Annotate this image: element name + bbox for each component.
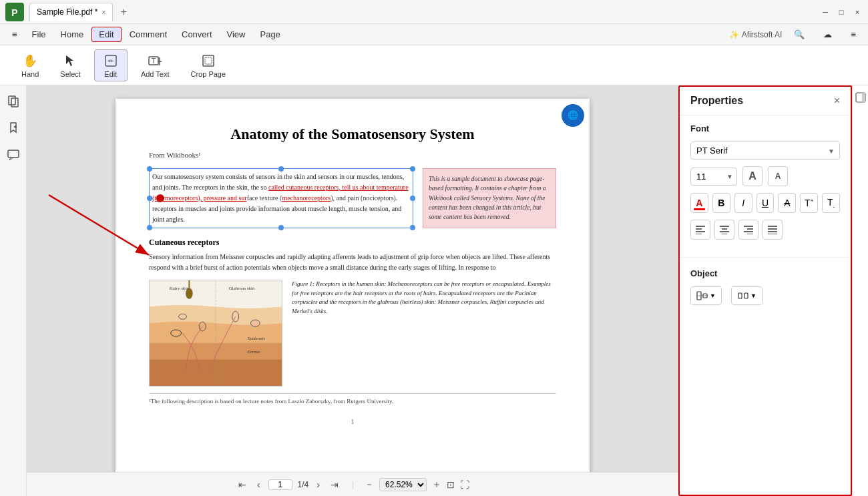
- ai-button[interactable]: ✨ Afirstsoft AI: [729, 30, 783, 39]
- next-page-btn[interactable]: ›: [314, 478, 322, 491]
- edit-icon: ✏: [103, 53, 119, 69]
- pdf-footnote: ¹The following description is based on l…: [149, 393, 556, 405]
- file-menu[interactable]: File: [25, 27, 53, 41]
- viewer-scroll[interactable]: 🌐 Anatomy of the Somatosensory System Fr…: [27, 85, 678, 472]
- right-sidebar-toggle-btn[interactable]: [854, 91, 867, 104]
- font-color-btn[interactable]: A: [690, 193, 708, 213]
- active-tab[interactable]: Sample File.pdf * ×: [29, 3, 113, 21]
- subscript-btn[interactable]: T-: [822, 193, 840, 213]
- object-buttons-row: ▼ ▼: [690, 286, 840, 305]
- select-tool-btn[interactable]: Select: [52, 50, 89, 81]
- svg-line-16: [49, 195, 149, 255]
- sidebar-toggle-btn[interactable]: ≡: [844, 27, 863, 41]
- font-color-label: A: [696, 198, 702, 208]
- pdf-sidebar-note-text: This is a sample document to showcase pa…: [429, 176, 546, 220]
- superscript-btn[interactable]: T+: [800, 193, 818, 213]
- page-input[interactable]: [268, 479, 292, 490]
- hamburger-menu[interactable]: ≡: [5, 27, 24, 41]
- align-center-btn[interactable]: [714, 220, 734, 240]
- bold-btn[interactable]: B: [712, 193, 730, 213]
- zoom-in-btn[interactable]: ＋: [432, 479, 441, 491]
- search-btn[interactable]: 🔍: [787, 27, 811, 41]
- props-title: Properties: [690, 95, 743, 107]
- svg-text:Epidermis: Epidermis: [247, 336, 266, 340]
- edit-label: Edit: [104, 70, 117, 78]
- font-family-select[interactable]: PT Serif Arial Times New Roman Helvetica: [690, 142, 840, 160]
- comment-menu[interactable]: Comment: [123, 27, 174, 41]
- add-text-icon: T: [147, 53, 163, 69]
- italic-icon: I: [742, 198, 744, 208]
- red-arrow-annotation: [35, 188, 162, 262]
- pdf-sidebar-note: This is a sample document to showcase pa…: [423, 168, 556, 228]
- align-right-btn[interactable]: [738, 220, 758, 240]
- add-text-tool-btn[interactable]: T Add Text: [133, 50, 178, 81]
- align-right-icon: [743, 225, 754, 234]
- align-justify-btn[interactable]: [763, 220, 783, 240]
- hand-tool-btn[interactable]: ✋ Hand: [13, 50, 47, 81]
- svg-text:✏: ✏: [108, 57, 114, 65]
- object-section-title: Object: [690, 268, 840, 278]
- color-underline: [694, 208, 705, 210]
- zoom-out-btn[interactable]: －: [365, 479, 374, 491]
- font-family-wrapper: PT Serif Arial Times New Roman Helvetica…: [690, 142, 840, 160]
- sidebar-comments-icon[interactable]: [3, 144, 24, 166]
- title-bar: P Sample File.pdf * × + ─ □ ×: [0, 0, 868, 24]
- obj-distribute-arrow: ▼: [750, 292, 756, 299]
- maximize-btn[interactable]: □: [836, 7, 847, 17]
- svg-rect-10: [9, 96, 15, 105]
- viewer-area: 🌐 Anatomy of the Somatosensory System Fr…: [27, 85, 678, 496]
- obj-distribute-btn[interactable]: ▼: [732, 287, 762, 304]
- tab-close-btn[interactable]: ×: [101, 9, 105, 16]
- font-size-wrapper: 11 8 9 10 12 14 16 18 ▼: [690, 168, 737, 186]
- svg-point-27: [250, 320, 260, 326]
- obj-align-icon: [696, 290, 708, 301]
- minimize-btn[interactable]: ─: [820, 7, 831, 17]
- align-left-icon: [695, 225, 706, 234]
- crop-page-tool-btn[interactable]: Crop Page: [182, 50, 234, 81]
- zoom-select[interactable]: 62.52% 50% 75% 100% 125% 150%: [379, 478, 427, 491]
- svg-text:Hairy skin: Hairy skin: [170, 286, 190, 290]
- edit-menu[interactable]: Edit: [91, 27, 121, 42]
- subscript-icon: T-: [827, 197, 835, 210]
- svg-text:Dermis: Dermis: [247, 349, 260, 354]
- view-menu[interactable]: View: [220, 27, 252, 41]
- translate-badge[interactable]: 🌐: [562, 104, 584, 127]
- last-page-btn[interactable]: ⇥: [328, 478, 341, 491]
- font-decrease-btn[interactable]: A: [768, 166, 788, 186]
- sidebar-bookmarks-icon[interactable]: [3, 117, 24, 139]
- obj-align-arrow: ▼: [710, 292, 716, 299]
- pdf-section-body: Sensory information from Meissner corpus…: [149, 252, 556, 273]
- svg-rect-11: [11, 98, 18, 107]
- home-menu[interactable]: Home: [54, 27, 91, 41]
- crop-page-label: Crop Page: [190, 70, 226, 78]
- tab-title: Sample File.pdf *: [37, 7, 97, 17]
- svg-rect-49: [738, 293, 742, 298]
- pdf-section-title: Cutaneous receptors: [149, 238, 556, 248]
- cloud-btn[interactable]: ☁: [817, 27, 839, 41]
- properties-panel: Properties × Font PT Serif Arial Times N…: [678, 85, 852, 496]
- superscript-icon: T+: [805, 198, 813, 208]
- font-size-select[interactable]: 11 8 9 10 12 14 16 18: [690, 168, 737, 186]
- prev-page-btn[interactable]: ‹: [254, 478, 263, 491]
- ai-icon: ✨: [729, 30, 739, 39]
- page-menu[interactable]: Page: [253, 27, 286, 41]
- ai-label: Afirstsoft AI: [742, 30, 783, 39]
- italic-btn[interactable]: I: [734, 193, 752, 213]
- skin-diagram-svg: Hairy skin Glabrous skin Epidermis: [150, 280, 282, 387]
- window-controls: ─ □ ×: [820, 7, 863, 17]
- obj-align-btn[interactable]: ▼: [691, 287, 721, 304]
- fit-page-btn[interactable]: ⊡: [447, 479, 455, 490]
- sidebar-pages-icon[interactable]: [3, 91, 24, 112]
- first-page-btn[interactable]: ⇤: [236, 478, 249, 491]
- fullscreen-btn[interactable]: ⛶: [460, 479, 469, 490]
- close-win-btn[interactable]: ×: [852, 7, 863, 17]
- props-close-btn[interactable]: ×: [834, 95, 840, 107]
- add-tab-btn[interactable]: +: [116, 4, 132, 20]
- edit-tool-btn[interactable]: ✏ Edit: [94, 49, 128, 81]
- convert-menu[interactable]: Convert: [175, 27, 219, 41]
- font-increase-btn[interactable]: A: [742, 166, 763, 186]
- align-left-btn[interactable]: [690, 220, 710, 240]
- crop-icon: [200, 53, 216, 69]
- underline-btn[interactable]: U: [756, 193, 775, 213]
- strikethrough-btn[interactable]: A: [778, 193, 796, 213]
